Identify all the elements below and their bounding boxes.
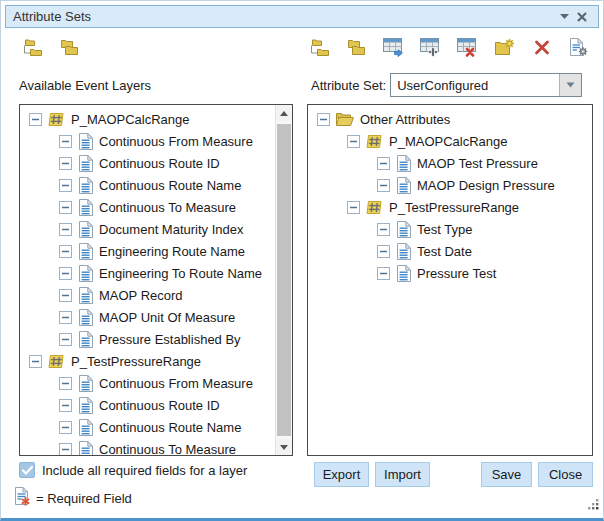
collapse-all-button[interactable]	[58, 38, 81, 61]
tree-item[interactable]: Continuous Route Name	[20, 174, 275, 196]
properties-button[interactable]	[567, 38, 590, 61]
scroll-down-icon[interactable]	[276, 439, 292, 455]
tree-item[interactable]: Continuous Route Name	[20, 416, 275, 438]
close-icon[interactable]	[573, 8, 591, 26]
tree-item[interactable]: Engineering Route Name	[20, 240, 275, 262]
tree-item[interactable]: Test Type	[308, 218, 592, 240]
tree-item[interactable]: Continuous To Measure	[20, 438, 275, 456]
tree-item[interactable]: P_MAOPCalcRange	[308, 130, 592, 152]
tree-item[interactable]: P_TestPressureRange	[308, 196, 592, 218]
titlebar: Attribute Sets	[5, 5, 599, 28]
field-icon	[78, 331, 93, 348]
field-icon	[78, 287, 93, 304]
minus-box-icon[interactable]	[377, 179, 390, 192]
delete-icon	[534, 40, 550, 59]
attribute-sets-dialog: Attribute Sets Available Event Layers At…	[0, 0, 604, 521]
minus-box-icon[interactable]	[59, 377, 72, 390]
minus-box-icon[interactable]	[59, 179, 72, 192]
field-icon	[78, 221, 93, 238]
minus-box-icon[interactable]	[29, 113, 42, 126]
minus-box-icon[interactable]	[59, 223, 72, 236]
minus-box-icon[interactable]	[59, 443, 72, 456]
scroll-up-icon[interactable]	[276, 105, 292, 121]
tree-item-label: Pressure Test	[417, 266, 496, 281]
minus-box-icon[interactable]	[377, 157, 390, 170]
table-add-button[interactable]	[419, 38, 442, 61]
tree-item[interactable]: Continuous From Measure	[20, 372, 275, 394]
tree-item[interactable]: Pressure Established By	[20, 328, 275, 350]
collapse-panel-icon[interactable]	[555, 8, 573, 26]
tree-item[interactable]: Continuous To Measure	[20, 196, 275, 218]
minus-box-icon[interactable]	[317, 113, 330, 126]
minus-box-icon[interactable]	[59, 333, 72, 346]
minus-box-icon[interactable]	[347, 201, 360, 214]
tree-item[interactable]: Pressure Test	[308, 262, 592, 284]
attribute-set-dropdown[interactable]: UserConfigured	[390, 73, 582, 97]
minus-box-icon[interactable]	[59, 157, 72, 170]
available-event-layers-panel: P_MAOPCalcRangeContinuous From MeasureCo…	[19, 104, 293, 456]
new-attribute-set-icon	[494, 38, 515, 60]
minus-box-icon[interactable]	[59, 135, 72, 148]
tree-item[interactable]: MAOP Unit Of Measure	[20, 306, 275, 328]
tree-item-label: P_MAOPCalcRange	[71, 112, 190, 127]
tree-item-label: Test Date	[417, 244, 472, 259]
collapse-all-button[interactable]	[345, 38, 368, 61]
vertical-scrollbar[interactable]	[275, 105, 292, 455]
minus-box-icon[interactable]	[59, 201, 72, 214]
attribute-set-value: UserConfigured	[391, 74, 559, 96]
scrollbar-thumb[interactable]	[277, 124, 291, 436]
delete-button[interactable]	[530, 38, 553, 61]
tree-item[interactable]: P_TestPressureRange	[20, 350, 275, 372]
table-remove-icon	[457, 37, 478, 61]
minus-box-icon[interactable]	[377, 267, 390, 280]
minus-box-icon[interactable]	[59, 289, 72, 302]
available-event-layers-label: Available Event Layers	[19, 78, 151, 93]
tree-item-label: Other Attributes	[360, 112, 450, 127]
tree-item-label: P_TestPressureRange	[71, 354, 201, 369]
tree-item[interactable]: Continuous Route ID	[20, 394, 275, 416]
minus-box-icon[interactable]	[59, 311, 72, 324]
tree-item[interactable]: Continuous From Measure	[20, 130, 275, 152]
tree-item-label: Engineering Route Name	[99, 244, 245, 259]
tree-item[interactable]: Test Date	[308, 240, 592, 262]
expand-all-button[interactable]	[21, 38, 44, 61]
tree-item[interactable]: MAOP Record	[20, 284, 275, 306]
minus-box-icon[interactable]	[377, 223, 390, 236]
minus-box-icon[interactable]	[59, 245, 72, 258]
tree-item-label: Continuous From Measure	[99, 376, 253, 391]
export-button[interactable]: Export	[314, 462, 369, 487]
tree-item[interactable]: Document Maturity Index	[20, 218, 275, 240]
tree-item[interactable]: Other Attributes	[308, 108, 592, 130]
tree-item[interactable]: Continuous Route ID	[20, 152, 275, 174]
tree-item-label: Continuous Route Name	[99, 420, 241, 435]
tree-item-label: P_TestPressureRange	[389, 200, 519, 215]
resize-grip[interactable]	[587, 496, 599, 514]
tree-item-label: Test Type	[417, 222, 472, 237]
import-button[interactable]: Import	[375, 462, 430, 487]
tree-item[interactable]: MAOP Design Pressure	[308, 174, 592, 196]
new-attribute-set-button[interactable]	[493, 38, 516, 61]
minus-box-icon[interactable]	[59, 421, 72, 434]
save-button[interactable]: Save	[481, 462, 532, 487]
labels-row: Available Event Layers Attribute Set: Us…	[1, 72, 603, 98]
chevron-down-icon[interactable]	[559, 74, 581, 96]
minus-box-icon[interactable]	[347, 135, 360, 148]
include-required-fields-checkbox[interactable]	[19, 462, 35, 478]
table-export-button[interactable]	[382, 38, 405, 61]
minus-box-icon[interactable]	[59, 267, 72, 280]
tree-item[interactable]: P_MAOPCalcRange	[20, 108, 275, 130]
field-icon	[78, 441, 93, 457]
minus-box-icon[interactable]	[59, 399, 72, 412]
expand-all-button[interactable]	[308, 38, 331, 61]
field-icon	[78, 243, 93, 260]
tree-item[interactable]: MAOP Test Pressure	[308, 152, 592, 174]
table-remove-button[interactable]	[456, 38, 479, 61]
minus-box-icon[interactable]	[29, 355, 42, 368]
tree-item[interactable]: Engineering To Route Name	[20, 262, 275, 284]
close-button[interactable]: Close	[538, 462, 593, 487]
tree-item-label: Continuous Route ID	[99, 156, 220, 171]
required-field-icon	[14, 487, 31, 510]
minus-box-icon[interactable]	[377, 245, 390, 258]
folder-icon	[336, 112, 354, 126]
layer-icon	[366, 200, 383, 215]
